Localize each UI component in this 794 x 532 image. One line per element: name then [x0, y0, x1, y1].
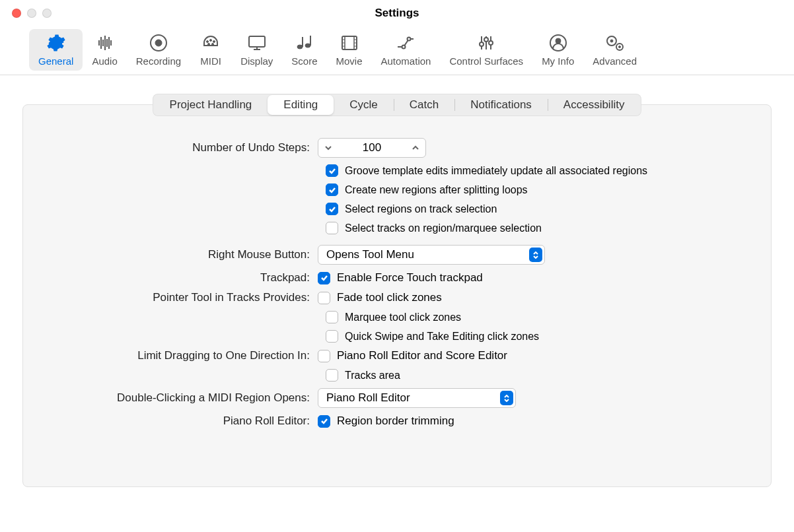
checkbox-label: Enable Force Touch trackpad — [337, 271, 483, 284]
select-value: Opens Tool Menu — [326, 248, 414, 261]
toolbar-score[interactable]: Score — [282, 29, 326, 71]
checkbox-label: Select regions on track selection — [345, 203, 497, 215]
toolbar-label: Advanced — [593, 55, 637, 67]
checkbox-label: Create new regions after splitting loops — [345, 184, 528, 196]
svg-point-15 — [212, 44, 214, 46]
checkbox-select-tracks[interactable] — [326, 222, 338, 234]
undo-steps-value: 100 — [363, 141, 381, 154]
sliders-icon — [475, 33, 497, 53]
window-title: Settings — [0, 7, 794, 20]
toolbar-automation[interactable]: Automation — [372, 29, 441, 71]
checkbox-label: Marquee tool click zones — [345, 312, 461, 323]
svg-point-41 — [556, 38, 561, 44]
automation-icon — [394, 33, 417, 53]
subtab-editing[interactable]: Editing — [268, 95, 334, 115]
toolbar-label: Movie — [336, 55, 363, 67]
stepper-up-icon[interactable] — [411, 143, 420, 152]
svg-point-37 — [480, 42, 484, 46]
pointer-tool-label: Pointer Tool in Tracks Provides: — [54, 291, 318, 304]
subtab-accessibility[interactable]: Accessibility — [548, 95, 641, 115]
subtab-catch[interactable]: Catch — [394, 95, 454, 115]
toolbar-advanced[interactable]: Advanced — [583, 29, 646, 71]
svg-point-32 — [402, 46, 406, 49]
trackpad-label: Trackpad: — [54, 271, 318, 284]
gears-icon — [604, 33, 626, 53]
checkbox-label: Tracks area — [345, 370, 400, 382]
svg-point-14 — [208, 44, 210, 46]
checkbox-quick-swipe[interactable] — [326, 330, 338, 343]
checkbox-label: Piano Roll Editor and Score Editor — [337, 349, 507, 362]
svg-point-19 — [297, 45, 303, 49]
checkbox-marquee-zones[interactable] — [326, 311, 338, 323]
toolbar-my-info[interactable]: My Info — [532, 29, 583, 71]
toolbar-movie[interactable]: Movie — [327, 29, 372, 71]
checkbox-fade-zones[interactable] — [318, 292, 330, 304]
subtab-notifications[interactable]: Notifications — [454, 95, 548, 115]
toolbar-label: MIDI — [200, 55, 221, 67]
checkbox-create-regions[interactable] — [326, 183, 338, 196]
stepper-down-icon[interactable] — [324, 143, 333, 152]
undo-steps-label: Number of Undo Steps: — [54, 141, 318, 154]
svg-point-39 — [489, 41, 493, 45]
svg-point-45 — [618, 46, 620, 48]
toolbar-label: Display — [240, 55, 273, 67]
checkbox-border-trim[interactable] — [318, 415, 330, 428]
gear-icon — [45, 33, 67, 53]
settings-window: Settings General Audio Recording MIDI — [0, 0, 794, 532]
right-mouse-label: Right Mouse Button: — [54, 248, 318, 261]
select-arrows-icon — [529, 248, 542, 262]
toolbar-label: Automation — [381, 55, 431, 67]
svg-rect-16 — [249, 36, 265, 47]
toolbar-display[interactable]: Display — [231, 29, 282, 71]
toolbar-audio[interactable]: Audio — [83, 29, 126, 71]
waveform-icon — [94, 33, 116, 53]
toolbar: General Audio Recording MIDI Display — [0, 26, 794, 75]
toolbar-midi[interactable]: MIDI — [190, 29, 231, 71]
toolbar-label: Audio — [92, 55, 117, 67]
right-mouse-select[interactable]: Opens Tool Menu — [318, 245, 545, 265]
checkbox-groove-template[interactable] — [326, 164, 338, 177]
subtabs: Project Handling Editing Cycle Catch Not… — [153, 94, 642, 116]
toolbar-recording[interactable]: Recording — [127, 29, 190, 71]
checkbox-label: Groove template edits immediately update… — [345, 165, 647, 177]
checkbox-label: Quick Swipe and Take Editing click zones — [345, 331, 539, 343]
editing-panel: Number of Undo Steps: 100 Groove templat… — [22, 104, 772, 487]
toolbar-label: General — [38, 55, 73, 67]
display-icon — [246, 33, 268, 53]
svg-point-11 — [207, 41, 209, 43]
subtab-cycle[interactable]: Cycle — [334, 95, 394, 115]
checkbox-force-touch[interactable] — [318, 272, 330, 284]
toolbar-control-surfaces[interactable]: Control Surfaces — [440, 29, 532, 71]
svg-point-33 — [408, 38, 411, 41]
svg-point-20 — [305, 44, 310, 48]
undo-steps-stepper[interactable]: 100 — [318, 138, 426, 158]
select-arrows-icon — [500, 391, 513, 405]
svg-point-10 — [155, 40, 162, 46]
midi-icon — [199, 33, 222, 53]
checkbox-label: Region border trimming — [337, 415, 454, 428]
content: Project Handling Editing Cycle Catch Not… — [0, 75, 794, 532]
toolbar-label: Score — [291, 55, 317, 67]
double-click-select[interactable]: Piano Roll Editor — [318, 388, 516, 408]
toolbar-label: My Info — [542, 55, 574, 67]
limit-dragging-label: Limit Dragging to One Direction In: — [54, 349, 318, 362]
piano-roll-label: Piano Roll Editor: — [54, 415, 318, 428]
score-icon — [293, 33, 316, 53]
subtab-project-handling[interactable]: Project Handling — [154, 95, 268, 115]
select-value: Piano Roll Editor — [326, 391, 410, 405]
toolbar-label: Control Surfaces — [449, 55, 523, 67]
checkbox-label: Select tracks on region/marquee selectio… — [345, 222, 542, 234]
user-icon — [547, 33, 569, 53]
checkbox-label: Fade tool click zones — [337, 291, 442, 304]
toolbar-label: Recording — [136, 55, 181, 67]
checkbox-tracks-area[interactable] — [326, 369, 338, 382]
svg-point-43 — [610, 40, 613, 42]
double-click-label: Double-Clicking a MIDI Region Opens: — [54, 391, 318, 405]
svg-point-13 — [213, 41, 215, 43]
titlebar: Settings — [0, 0, 794, 26]
movie-icon — [338, 33, 361, 53]
toolbar-general[interactable]: General — [29, 29, 83, 71]
checkbox-select-regions[interactable] — [326, 203, 338, 215]
svg-point-12 — [210, 40, 212, 42]
checkbox-piano-score[interactable] — [318, 350, 330, 362]
